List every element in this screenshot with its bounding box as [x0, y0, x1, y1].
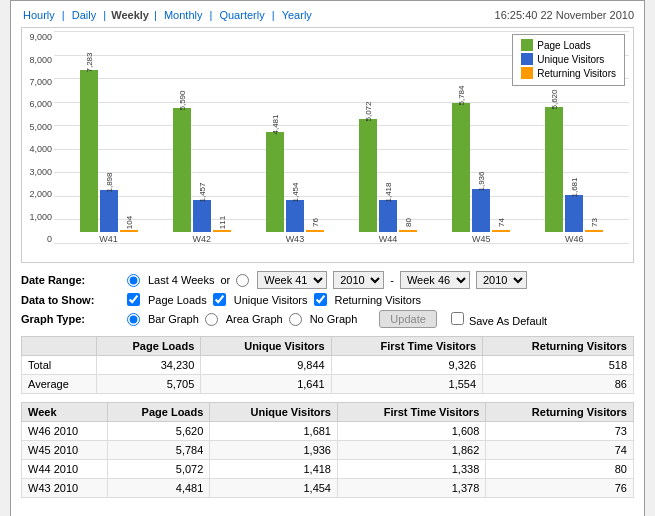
- summary-col-returning: Returning Visitors: [483, 337, 634, 356]
- update-button[interactable]: Update: [379, 310, 436, 328]
- detail-week: W43 2010: [22, 479, 108, 498]
- bar-unique-visitors-W45: 1,936: [472, 189, 490, 232]
- summary-label: Total: [22, 356, 97, 375]
- detail-week: W44 2010: [22, 460, 108, 479]
- bar-graph-label: Bar Graph: [148, 313, 199, 325]
- summary-col-firsttime: First Time Visitors: [331, 337, 482, 356]
- summary-returning: 86: [483, 375, 634, 394]
- returning-visitors-checkbox[interactable]: [314, 293, 327, 306]
- unique-visitors-check-label: Unique Visitors: [234, 294, 308, 306]
- detail-pageloads: 4,481: [108, 479, 210, 498]
- area-graph-radio[interactable]: [205, 313, 218, 326]
- legend-page-loads-icon: [521, 39, 533, 51]
- bar-group-w41: 7,2831,898104: [80, 70, 138, 232]
- chart-area: 7,2831,8981045,5901,4571114,4811,454765,…: [54, 28, 633, 262]
- detail-returning: 73: [486, 422, 634, 441]
- time-periods: Hourly | Daily | Weekly | Monthly | Quar…: [21, 9, 314, 21]
- detail-row: W43 2010 4,481 1,454 1,378 76: [22, 479, 634, 498]
- detail-col-week: Week: [22, 403, 108, 422]
- no-graph-radio[interactable]: [289, 313, 302, 326]
- bar-graph-radio[interactable]: [127, 313, 140, 326]
- summary-col-unique: Unique Visitors: [201, 337, 331, 356]
- year-from-select[interactable]: 20102009: [333, 271, 384, 289]
- save-default-row: Save As Default: [451, 312, 547, 327]
- period-hourly[interactable]: Hourly: [23, 9, 55, 21]
- summary-col-label: [22, 337, 97, 356]
- detail-unique: 1,418: [210, 460, 338, 479]
- bar-unique-visitors-W44: 1,418: [379, 200, 397, 232]
- page-loads-check-label: Page Loads: [148, 294, 207, 306]
- detail-col-pageloads: Page Loads: [108, 403, 210, 422]
- graph-type-row: Graph Type: Bar Graph Area Graph No Grap…: [21, 310, 634, 328]
- detail-unique: 1,936: [210, 441, 338, 460]
- detail-week: W46 2010: [22, 422, 108, 441]
- detail-firsttime: 1,608: [337, 422, 485, 441]
- detail-row: W46 2010 5,620 1,681 1,608 73: [22, 422, 634, 441]
- bar-group-w46: 5,6201,68173: [545, 107, 603, 232]
- summary-unique: 9,844: [201, 356, 331, 375]
- detail-unique: 1,681: [210, 422, 338, 441]
- data-to-show-row: Data to Show: Page Loads Unique Visitors…: [21, 293, 634, 306]
- detail-header-row: Week Page Loads Unique Visitors First Ti…: [22, 403, 634, 422]
- period-quarterly[interactable]: Quarterly: [219, 9, 264, 21]
- period-weekly[interactable]: Weekly: [111, 9, 149, 21]
- or-text: or: [220, 274, 230, 286]
- bar-returning-visitors-W45: 74: [492, 230, 510, 232]
- detail-firsttime: 1,338: [337, 460, 485, 479]
- detail-returning: 80: [486, 460, 634, 479]
- bar-page-loads-W42: 5,590: [173, 108, 191, 232]
- chart-wrapper: 0 1,000 2,000 3,000 4,000 5,000 6,000 7,…: [21, 27, 634, 263]
- bar-group-w43: 4,4811,45476: [266, 132, 324, 232]
- summary-firsttime: 1,554: [331, 375, 482, 394]
- summary-row-average: Average 5,705 1,641 1,554 86: [22, 375, 634, 394]
- bar-unique-visitors-W41: 1,898: [100, 190, 118, 232]
- summary-unique: 1,641: [201, 375, 331, 394]
- top-bar: Hourly | Daily | Weekly | Monthly | Quar…: [21, 9, 634, 21]
- no-graph-label: No Graph: [310, 313, 358, 325]
- save-default-checkbox[interactable]: [451, 312, 464, 325]
- chart-legend: Page Loads Unique Visitors Returning Vis…: [512, 34, 625, 86]
- detail-pageloads: 5,784: [108, 441, 210, 460]
- week-to-select[interactable]: Week 41Week 42Week 43Week 44Week 45Week …: [400, 271, 470, 289]
- detail-col-firsttime: First Time Visitors: [337, 403, 485, 422]
- page-loads-checkbox[interactable]: [127, 293, 140, 306]
- returning-visitors-check-label: Returning Visitors: [335, 294, 422, 306]
- bar-page-loads-W44: 5,072: [359, 119, 377, 232]
- weekrange-radio[interactable]: [236, 274, 249, 287]
- bar-unique-visitors-W46: 1,681: [565, 195, 583, 232]
- summary-table: Page Loads Unique Visitors First Time Vi…: [21, 336, 634, 394]
- period-daily[interactable]: Daily: [72, 9, 96, 21]
- detail-table: Week Page Loads Unique Visitors First Ti…: [21, 402, 634, 498]
- detail-unique: 1,454: [210, 479, 338, 498]
- data-to-show-label: Data to Show:: [21, 294, 121, 306]
- detail-pageloads: 5,072: [108, 460, 210, 479]
- bar-unique-visitors-W43: 1,454: [286, 200, 304, 232]
- area-graph-label: Area Graph: [226, 313, 283, 325]
- period-yearly[interactable]: Yearly: [282, 9, 312, 21]
- save-default-label: Save As Default: [469, 315, 547, 327]
- dash-separator: -: [390, 274, 394, 286]
- bar-page-loads-W41: 7,283: [80, 70, 98, 232]
- last4weeks-radio[interactable]: [127, 274, 140, 287]
- year-to-select[interactable]: 20102009: [476, 271, 527, 289]
- date-range-row: Date Range: Last 4 Weeks or Week 41Week …: [21, 271, 634, 289]
- bar-group-w44: 5,0721,41880: [359, 119, 417, 232]
- bar-returning-visitors-W42: 111: [213, 230, 231, 232]
- detail-returning: 74: [486, 441, 634, 460]
- detail-col-unique: Unique Visitors: [210, 403, 338, 422]
- legend-unique-visitors-icon: [521, 53, 533, 65]
- main-container: Hourly | Daily | Weekly | Monthly | Quar…: [10, 0, 645, 516]
- summary-firsttime: 9,326: [331, 356, 482, 375]
- bar-returning-visitors-W46: 73: [585, 230, 603, 232]
- bar-page-loads-W45: 5,784: [452, 103, 470, 232]
- bar-returning-visitors-W43: 76: [306, 230, 324, 232]
- timestamp: 16:25:40 22 November 2010: [495, 9, 634, 21]
- bar-group-w45: 5,7841,93674: [452, 103, 510, 232]
- detail-row: W44 2010 5,072 1,418 1,338 80: [22, 460, 634, 479]
- bar-page-loads-W43: 4,481: [266, 132, 284, 232]
- period-monthly[interactable]: Monthly: [164, 9, 203, 21]
- unique-visitors-checkbox[interactable]: [213, 293, 226, 306]
- week-from-select[interactable]: Week 41Week 42Week 43Week 44Week 45Week …: [257, 271, 327, 289]
- summary-header-row: Page Loads Unique Visitors First Time Vi…: [22, 337, 634, 356]
- summary-pageloads: 5,705: [97, 375, 201, 394]
